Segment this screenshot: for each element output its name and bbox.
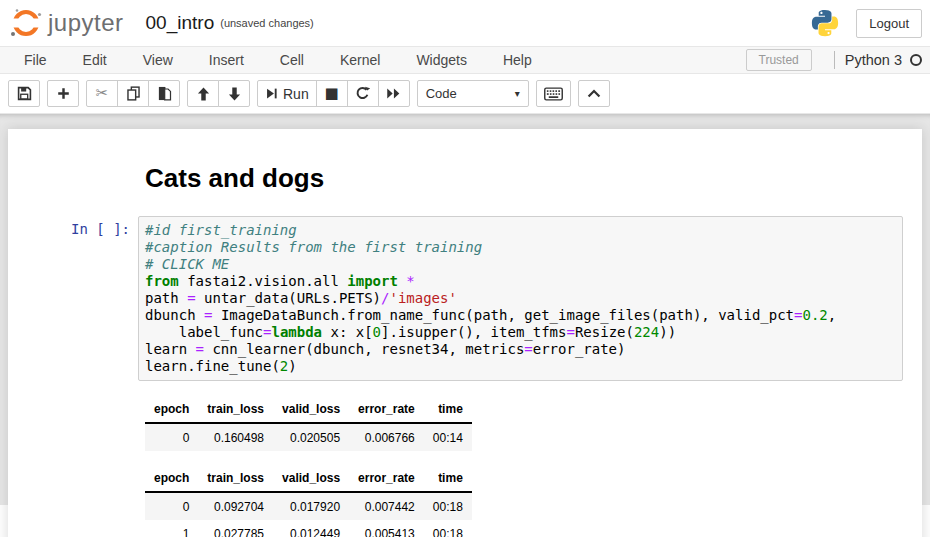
arrow-up-icon <box>197 87 210 101</box>
training-results-table-2: epochtrain_lossvalid_losserror_ratetime0… <box>145 465 472 537</box>
column-header: epoch <box>145 396 198 423</box>
cell-type-dropdown[interactable]: Code ▾ <box>417 80 529 107</box>
menu-item-edit[interactable]: Edit <box>65 47 125 73</box>
run-cell-button[interactable]: Run <box>257 80 317 107</box>
column-header: time <box>424 465 472 492</box>
menu-item-insert[interactable]: Insert <box>191 47 262 73</box>
table-cell: 0.005413 <box>349 520 424 537</box>
checkpoint-status: (unsaved changes) <box>220 17 314 29</box>
fast-forward-icon <box>386 87 401 100</box>
code-line: #id first_training <box>145 222 896 239</box>
copy-cell-button[interactable] <box>117 80 149 107</box>
step-forward-icon <box>265 87 278 100</box>
kernel-idle-icon <box>910 54 922 66</box>
table-cell: 0 <box>145 423 198 451</box>
python-logo-icon <box>810 8 840 38</box>
menu-item-help[interactable]: Help <box>485 47 550 73</box>
kernel-name: Python 3 <box>845 52 902 68</box>
section-heading: Cats and dogs <box>138 149 903 194</box>
output-area-1: epochtrain_lossvalid_losserror_ratetime0… <box>8 386 908 455</box>
column-header: valid_loss <box>273 396 349 423</box>
move-cell-down-button[interactable] <box>218 80 250 107</box>
code-line: # CLICK ME <box>145 256 896 273</box>
table-cell: 00:18 <box>424 520 472 537</box>
input-prompt: In [ ]: <box>13 216 138 381</box>
menubar-items: FileEditViewInsertCellKernelWidgetsHelp <box>6 47 550 73</box>
output-subarea: epochtrain_lossvalid_losserror_ratetime0… <box>138 459 472 537</box>
table-cell: 0.020505 <box>273 423 349 451</box>
output-subarea: epochtrain_lossvalid_losserror_ratetime0… <box>138 390 472 455</box>
notebook-container: Cats and dogs In [ ]: #id first_training… <box>8 129 922 537</box>
header-bar: jupyter 00_intro (unsaved changes) Logou… <box>0 0 930 46</box>
table-cell: 0.006766 <box>349 423 424 451</box>
code-line: learn = cnn_learner(dbunch, resnet34, me… <box>145 341 896 358</box>
menu-item-file[interactable]: File <box>6 47 65 73</box>
table-cell: 0.012449 <box>273 520 349 537</box>
caret-down-icon: ▾ <box>515 88 520 99</box>
restart-run-all-button[interactable] <box>378 80 410 107</box>
code-line: label_func=lambda x: x[0].isupper(), ite… <box>145 324 896 341</box>
kernel-divider <box>834 51 835 69</box>
column-header: epoch <box>145 465 198 492</box>
notebook-title[interactable]: 00_intro <box>146 12 215 34</box>
save-button[interactable] <box>8 80 40 107</box>
trusted-button[interactable]: Trusted <box>746 49 812 71</box>
code-editor[interactable]: #id first_training#caption Results from … <box>138 216 903 381</box>
table-cell: 0.017920 <box>273 492 349 520</box>
table-cell: 1 <box>145 520 198 537</box>
insert-cell-below-button[interactable] <box>47 80 79 107</box>
copy-icon <box>126 86 141 101</box>
scissors-icon: ✂ <box>96 86 109 101</box>
output-areas: epochtrain_lossvalid_losserror_ratetime0… <box>8 386 908 537</box>
table-row: 10.0277850.0124490.00541300:18 <box>145 520 472 537</box>
column-header: train_loss <box>198 396 273 423</box>
markdown-prompt <box>13 149 138 194</box>
table-cell: 0.007442 <box>349 492 424 520</box>
restart-kernel-button[interactable] <box>347 80 379 107</box>
table-row: 00.0927040.0179200.00744200:18 <box>145 492 472 520</box>
cut-cell-button[interactable]: ✂ <box>86 80 118 107</box>
jupyter-logo[interactable]: jupyter <box>8 5 124 41</box>
menu-item-view[interactable]: View <box>125 47 191 73</box>
code-line: learn.fine_tune(2) <box>145 358 896 375</box>
column-header: error_rate <box>349 465 424 492</box>
output-prompt <box>13 390 138 455</box>
chevron-up-icon <box>587 89 601 98</box>
markdown-cell[interactable]: Cats and dogs <box>8 144 908 199</box>
paste-icon <box>157 86 172 101</box>
code-cell[interactable]: In [ ]: #id first_training#caption Resul… <box>8 211 908 386</box>
command-palette-button[interactable] <box>536 80 571 107</box>
paste-cell-button[interactable] <box>148 80 180 107</box>
code-line: path = untar_data(URLs.PETS)/'images' <box>145 290 896 307</box>
menu-item-kernel[interactable]: Kernel <box>322 47 398 73</box>
training-results-table-1: epochtrain_lossvalid_losserror_ratetime0… <box>145 396 472 451</box>
jupyter-planet-icon <box>8 5 44 41</box>
main-toolbar: ✂ <box>0 74 930 114</box>
menubar: FileEditViewInsertCellKernelWidgetsHelp … <box>0 46 930 74</box>
move-cell-up-button[interactable] <box>187 80 219 107</box>
table-cell: 0.027785 <box>198 520 273 537</box>
cell-type-value: Code <box>426 86 457 101</box>
plus-icon <box>57 87 70 100</box>
table-row: 00.1604980.0205050.00676600:14 <box>145 423 472 451</box>
save-icon <box>17 86 32 101</box>
restart-icon <box>355 86 370 101</box>
logout-button[interactable]: Logout <box>856 9 922 38</box>
output-prompt <box>13 459 138 537</box>
menu-item-widgets[interactable]: Widgets <box>398 47 485 73</box>
arrow-down-icon <box>228 87 241 101</box>
jupyter-wordmark: jupyter <box>48 9 124 37</box>
table-cell: 0.092704 <box>198 492 273 520</box>
notebook-site[interactable]: Cats and dogs In [ ]: #id first_training… <box>0 114 930 505</box>
code-line: #caption Results from the first training <box>145 239 896 256</box>
collapse-header-button[interactable] <box>578 80 610 107</box>
code-line: from fastai2.vision.all import * <box>145 273 896 290</box>
table-cell: 00:18 <box>424 492 472 520</box>
table-cell: 0 <box>145 492 198 520</box>
output-area-2: epochtrain_lossvalid_losserror_ratetime0… <box>8 455 908 537</box>
column-header: train_loss <box>198 465 273 492</box>
interrupt-kernel-button[interactable]: ■ <box>316 80 348 107</box>
menu-item-cell[interactable]: Cell <box>262 47 322 73</box>
run-button-label: Run <box>283 86 309 102</box>
code-line: dbunch = ImageDataBunch.from_name_func(p… <box>145 307 896 324</box>
